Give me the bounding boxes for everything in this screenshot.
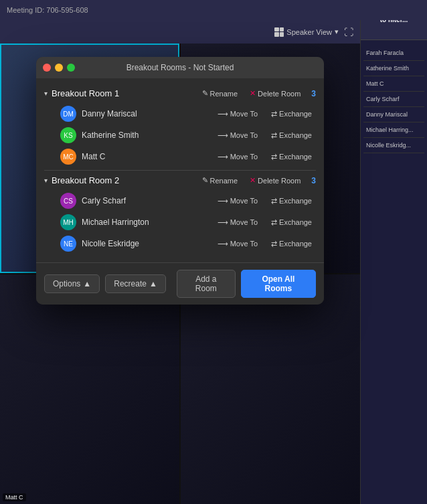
exchange-carly-button[interactable]: ⇄ Exchange: [267, 195, 316, 207]
speaker-bar: Speaker View ▾ ⛶: [0, 20, 360, 44]
participant-name-carly: Carly Scharf: [82, 196, 208, 205]
participant-row-nicolle: NE Nicolle Eskridge ⟶ Move To ⇄ Exchange: [36, 233, 324, 254]
avatar-matt: MC: [60, 149, 76, 165]
avatar-katherine: KS: [60, 127, 76, 143]
exchange-icon-matt: ⇄: [271, 153, 277, 161]
delete-room-2-button[interactable]: ✕ Delete Room: [246, 175, 305, 186]
rename-room-1-button[interactable]: ✎ Rename: [198, 88, 242, 99]
right-panel-participant-5: Michael Harring...: [363, 122, 424, 138]
participant-name-danny: Danny Mariscal: [82, 109, 208, 118]
collapse-icon-1[interactable]: ▾: [44, 90, 48, 97]
room-2-count: 3: [311, 176, 316, 185]
right-panel-participant-2: Matt C: [363, 76, 424, 92]
close-button[interactable]: [43, 64, 51, 72]
right-panel-participant-0: Farah Faracla: [363, 46, 424, 61]
room-1-header: ▾ Breakout Room 1 ✎ Rename ✕ Delete Room…: [36, 84, 324, 103]
traffic-lights: [43, 64, 75, 72]
exchange-katherine-button[interactable]: ⇄ Exchange: [267, 129, 316, 142]
participant-name-katherine: Katherine Smith: [82, 131, 208, 140]
participant-name-michael: Michael Harrington: [82, 218, 208, 227]
right-panel-participant-4: Danny Mariscal: [363, 107, 424, 122]
delete-icon-2: ✕: [250, 176, 256, 185]
chevron-up-icon-2: ▲: [149, 279, 157, 288]
move-to-michael-button[interactable]: ⟶ Move To: [214, 216, 262, 229]
maximize-button[interactable]: [67, 64, 75, 72]
right-panel: to filter... Farah Faracla Katherine Smi…: [360, 0, 427, 504]
delete-icon-1: ✕: [250, 89, 256, 98]
open-all-rooms-label: Open All Rooms: [250, 274, 307, 293]
pencil-icon-2: ✎: [202, 176, 208, 185]
right-panel-participant-1: Katherine Smith: [363, 61, 424, 76]
move-icon-matt: ⟶: [218, 153, 228, 161]
participant-row-carly: CS Carly Scharf ⟶ Move To ⇄ Exchange: [36, 190, 324, 212]
chevron-down-icon: ▾: [335, 27, 339, 36]
right-panel-participant-6: Nicolle Eskridg...: [363, 138, 424, 153]
participant-list: Farah Faracla Katherine Smith Matt C Car…: [361, 40, 427, 504]
exchange-icon-nicolle: ⇄: [271, 240, 277, 248]
meeting-id: Meeting ID: 706-595-608: [7, 6, 88, 14]
rename-room-2-button[interactable]: ✎ Rename: [198, 175, 242, 186]
move-to-katherine-button[interactable]: ⟶ Move To: [214, 129, 262, 142]
participant-row-matt: MC Matt C ⟶ Move To ⇄ Exchange: [36, 146, 324, 167]
exchange-icon-katherine: ⇄: [271, 131, 277, 140]
move-icon-katherine: ⟶: [218, 131, 228, 140]
participant-name-nicolle: Nicolle Eskridge: [82, 239, 208, 248]
exchange-icon-michael: ⇄: [271, 218, 277, 227]
pencil-icon-1: ✎: [202, 89, 208, 98]
grid-icon: [274, 27, 284, 37]
add-room-label: Add a Room: [185, 274, 227, 293]
move-to-nicolle-button[interactable]: ⟶ Move To: [214, 238, 262, 250]
move-icon-michael: ⟶: [218, 218, 228, 227]
modal-title: Breakout Rooms - Not Started: [126, 63, 234, 72]
modal-footer: Options ▲ Recreate ▲ Add a Room Open All…: [36, 262, 324, 305]
collapse-icon-2[interactable]: ▾: [44, 177, 48, 184]
room-2-header: ▾ Breakout Room 2 ✎ Rename ✕ Delete Room…: [36, 171, 324, 190]
breakout-rooms-modal: Breakout Rooms - Not Started ▾ Breakout …: [36, 57, 324, 305]
room-group-2: ▾ Breakout Room 2 ✎ Rename ✕ Delete Room…: [36, 171, 324, 254]
room-2-name: Breakout Room 2: [52, 175, 194, 185]
exchange-michael-button[interactable]: ⇄ Exchange: [267, 216, 316, 229]
participant-row-katherine: KS Katherine Smith ⟶ Move To ⇄ Exchange: [36, 124, 324, 146]
move-to-carly-button[interactable]: ⟶ Move To: [214, 195, 262, 207]
chevron-up-icon: ▲: [83, 279, 91, 288]
speaker-view-button[interactable]: Speaker View ▾: [274, 27, 339, 37]
recreate-button[interactable]: Recreate ▲: [105, 274, 166, 293]
participant-row-michael: MH Michael Harrington ⟶ Move To ⇄ Exchan…: [36, 212, 324, 233]
fullscreen-icon[interactable]: ⛶: [344, 27, 353, 37]
participant-row-danny: DM Danny Mariscal ⟶ Move To ⇄ Exchange: [36, 103, 324, 124]
right-panel-participant-3: Carly Scharf: [363, 92, 424, 107]
avatar-nicolle: NE: [60, 236, 76, 252]
top-bar: Meeting ID: 706-595-608: [0, 0, 427, 20]
speaker-view-label: Speaker View: [286, 28, 332, 36]
exchange-matt-button[interactable]: ⇄ Exchange: [267, 151, 316, 163]
modal-titlebar: Breakout Rooms - Not Started: [36, 57, 324, 78]
exchange-danny-button[interactable]: ⇄ Exchange: [267, 108, 316, 120]
room-1-name: Breakout Room 1: [52, 88, 194, 98]
exchange-icon-danny: ⇄: [271, 110, 277, 118]
move-icon-carly: ⟶: [218, 197, 228, 205]
add-room-button[interactable]: Add a Room: [177, 270, 236, 298]
avatar-michael: MH: [60, 214, 76, 230]
delete-room-1-button[interactable]: ✕ Delete Room: [246, 88, 305, 99]
recreate-label: Recreate: [114, 279, 147, 288]
move-to-danny-button[interactable]: ⟶ Move To: [214, 108, 262, 120]
room-1-count: 3: [311, 89, 316, 98]
move-icon-danny: ⟶: [218, 110, 228, 118]
avatar-carly: CS: [60, 193, 76, 209]
open-all-rooms-button[interactable]: Open All Rooms: [241, 270, 316, 298]
exchange-icon-carly: ⇄: [271, 197, 277, 205]
options-label: Options: [53, 279, 80, 288]
move-icon-nicolle: ⟶: [218, 240, 228, 248]
participant-name-matt: Matt C: [82, 152, 208, 161]
move-to-matt-button[interactable]: ⟶ Move To: [214, 151, 262, 163]
exchange-nicolle-button[interactable]: ⇄ Exchange: [267, 238, 316, 250]
minimize-button[interactable]: [55, 64, 63, 72]
modal-body: ▾ Breakout Room 1 ✎ Rename ✕ Delete Room…: [36, 78, 324, 262]
options-button[interactable]: Options ▲: [44, 274, 100, 293]
avatar-danny: DM: [60, 106, 76, 122]
room-group-1: ▾ Breakout Room 1 ✎ Rename ✕ Delete Room…: [36, 84, 324, 167]
modal-overlay: Breakout Rooms - Not Started ▾ Breakout …: [0, 44, 360, 504]
